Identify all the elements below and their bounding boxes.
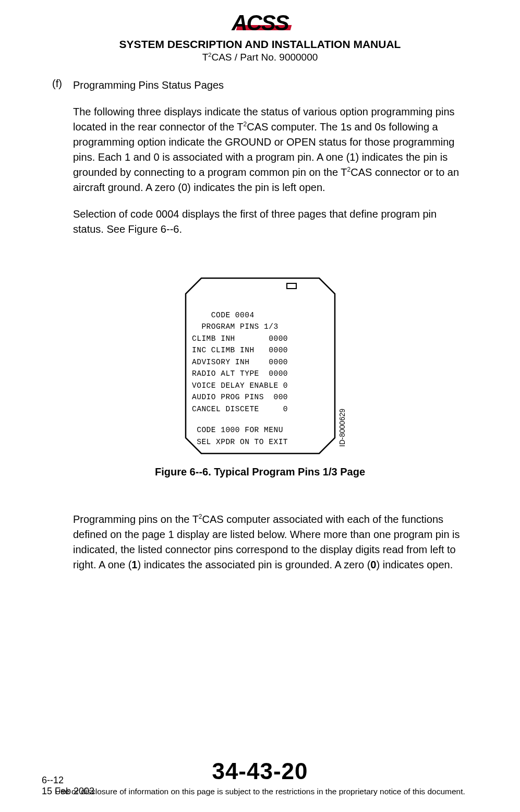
para3-bold2: 0 <box>370 559 376 570</box>
disp-foot1: CODE 1000 FOR MENU <box>192 426 283 435</box>
disp-foot2: SEL XPDR ON TO EXIT <box>192 438 288 444</box>
page-header: ACSS SYSTEM DESCRIPTION AND INSTALLATION… <box>52 10 468 63</box>
display-screen-footer: CODE 1000 FOR MENU SEL XPDR ON TO EXIT <box>192 425 329 445</box>
para3-sup: 2 <box>199 514 202 521</box>
para3-bold1: 1 <box>131 559 137 570</box>
disp-line9: CANCEL DISCETE 0 <box>192 405 288 413</box>
figure-id-label: ID-8000629 <box>338 409 346 447</box>
display-screen-content: CODE 0004 PROGRAM PINS 1/3 CLIMB INH 000… <box>192 309 329 415</box>
display-wrapper: CODE 0004 PROGRAM PINS 1/3 CLIMB INH 000… <box>185 277 336 455</box>
paragraph-1: The following three displays indicate th… <box>73 104 468 195</box>
section-text: Programming Pins Status Pages The follow… <box>73 78 468 237</box>
section-f: (f) Programming Pins Status Pages The fo… <box>52 78 468 248</box>
para3-d: ) indicates open. <box>376 559 453 570</box>
paragraph-2: Selection of code 0004 displays the firs… <box>73 207 468 237</box>
figure-caption: Figure 6--6. Typical Program Pins 1/3 Pa… <box>52 466 468 478</box>
manual-title: SYSTEM DESCRIPTION AND INSTALLATION MANU… <box>52 38 468 51</box>
manual-subtitle: T2CAS / Part No. 9000000 <box>52 52 468 63</box>
disp-line5: ADVISORY INH 0000 <box>192 358 288 366</box>
subtitle-post: CAS / Part No. 9000000 <box>211 52 318 63</box>
disp-line6: RADIO ALT TYPE 0000 <box>192 370 288 378</box>
disp-line7: VOICE DELAY ENABLE 0 <box>192 381 288 390</box>
paragraph-3: Programming pins on the T2CAS computer a… <box>52 512 468 572</box>
footer-pageno: 34-43-20 <box>0 758 520 784</box>
display-screen: CODE 0004 PROGRAM PINS 1/3 CLIMB INH 000… <box>185 277 336 455</box>
acss-logo: ACSS <box>232 10 288 35</box>
section-label: (f) <box>52 78 73 248</box>
section-body: Programming Pins Status Pages The follow… <box>73 78 468 248</box>
page-footer: 34-43-20 Use or disclosure of informatio… <box>0 758 520 796</box>
disp-line3: CLIMB INH 0000 <box>192 335 288 343</box>
subtitle-pre: T <box>202 52 209 63</box>
disp-line4: INC CLIMB INH 0000 <box>192 347 288 355</box>
section-title-line: Programming Pins Status Pages <box>73 78 468 93</box>
disp-line8: AUDIO PROG PINS 000 <box>192 393 288 402</box>
logo-text: ACSS <box>232 10 288 35</box>
para3-c: ) indicates the associated pin is ground… <box>137 559 370 570</box>
disp-line2: PROGRAM PINS 1/3 <box>192 323 279 331</box>
footer-notice: Use or disclosure of information on this… <box>0 787 520 796</box>
para3-a: Programming pins on the T <box>73 514 199 525</box>
figure-6-6: CODE 0004 PROGRAM PINS 1/3 CLIMB INH 000… <box>52 277 468 478</box>
page-content: (f) Programming Pins Status Pages The fo… <box>52 78 468 572</box>
disp-line1: CODE 0004 <box>192 311 255 319</box>
